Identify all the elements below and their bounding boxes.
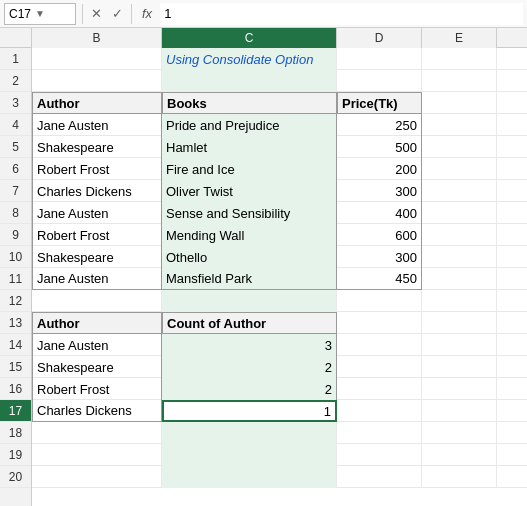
cell-d16[interactable] [337,378,422,400]
cell-d17[interactable] [337,400,422,422]
cell-c3-header[interactable]: Books [162,92,337,114]
cell-b1[interactable] [32,48,162,70]
cell-b5[interactable]: Shakespeare [32,136,162,158]
col-header-c[interactable]: C [162,28,337,48]
cell-c17[interactable]: 1 [162,400,337,422]
row-num-11[interactable]: 11 [0,268,31,290]
cell-e6[interactable] [422,158,497,180]
cell-e1[interactable] [422,48,497,70]
cell-d8[interactable]: 400 [337,202,422,224]
row-num-19[interactable]: 19 [0,444,31,466]
cell-e11[interactable] [422,268,497,290]
cell-e18[interactable] [422,422,497,444]
cell-e15[interactable] [422,356,497,378]
row-num-16[interactable]: 16 [0,378,31,400]
cell-c2[interactable] [162,70,337,92]
cell-d15[interactable] [337,356,422,378]
row-num-15[interactable]: 15 [0,356,31,378]
row-num-1[interactable]: 1 [0,48,31,70]
cell-c5[interactable]: Hamlet [162,136,337,158]
cell-d19[interactable] [337,444,422,466]
row-num-6[interactable]: 6 [0,158,31,180]
cell-b18[interactable] [32,422,162,444]
cell-b7[interactable]: Charles Dickens [32,180,162,202]
cell-e4[interactable] [422,114,497,136]
cell-d13[interactable] [337,312,422,334]
cell-e17[interactable] [422,400,497,422]
cell-b20[interactable] [32,466,162,488]
cell-e12[interactable] [422,290,497,312]
cell-c10[interactable]: Othello [162,246,337,268]
cell-c15[interactable]: 2 [162,356,337,378]
formula-input[interactable] [160,3,523,25]
cell-d10[interactable]: 300 [337,246,422,268]
cell-c12[interactable] [162,290,337,312]
cell-b13-header[interactable]: Author [32,312,162,334]
cell-c9[interactable]: Mending Wall [162,224,337,246]
cell-c19[interactable] [162,444,337,466]
cell-e5[interactable] [422,136,497,158]
cell-b8[interactable]: Jane Austen [32,202,162,224]
confirm-icon[interactable]: ✓ [110,6,125,21]
cell-b11[interactable]: Jane Austen [32,268,162,290]
cell-c4[interactable]: Pride and Prejudice [162,114,337,136]
cell-b3-header[interactable]: Author [32,92,162,114]
cell-b14[interactable]: Jane Austen [32,334,162,356]
cell-d6[interactable]: 200 [337,158,422,180]
cell-c20[interactable] [162,466,337,488]
cell-d18[interactable] [337,422,422,444]
cell-e14[interactable] [422,334,497,356]
cell-reference-box[interactable]: C17 ▼ [4,3,76,25]
cell-e7[interactable] [422,180,497,202]
cell-e9[interactable] [422,224,497,246]
cell-c11[interactable]: Mansfield Park [162,268,337,290]
row-num-8[interactable]: 8 [0,202,31,224]
cell-d1[interactable] [337,48,422,70]
row-num-2[interactable]: 2 [0,70,31,92]
col-header-b[interactable]: B [32,28,162,48]
cell-c6[interactable]: Fire and Ice [162,158,337,180]
cell-c7[interactable]: Oliver Twist [162,180,337,202]
cell-d14[interactable] [337,334,422,356]
row-num-17[interactable]: 17 [0,400,31,422]
row-num-13[interactable]: 13 [0,312,31,334]
cell-c16[interactable]: 2 [162,378,337,400]
row-num-7[interactable]: 7 [0,180,31,202]
cell-e13[interactable] [422,312,497,334]
cell-c13-header[interactable]: Count of Author [162,312,337,334]
cell-e8[interactable] [422,202,497,224]
cell-d12[interactable] [337,290,422,312]
cell-b4[interactable]: Jane Austen [32,114,162,136]
row-num-14[interactable]: 14 [0,334,31,356]
cell-d7[interactable]: 300 [337,180,422,202]
cell-b15[interactable]: Shakespeare [32,356,162,378]
cell-d3-header[interactable]: Price(Tk) [337,92,422,114]
cell-b9[interactable]: Robert Frost [32,224,162,246]
row-num-4[interactable]: 4 [0,114,31,136]
cell-e19[interactable] [422,444,497,466]
cell-b10[interactable]: Shakespeare [32,246,162,268]
cell-d11[interactable]: 450 [337,268,422,290]
cell-c1[interactable]: Using Consolidate Option [162,48,337,70]
cell-e2[interactable] [422,70,497,92]
cell-d4[interactable]: 250 [337,114,422,136]
cell-b12[interactable] [32,290,162,312]
col-header-e[interactable]: E [422,28,497,48]
cell-c18[interactable] [162,422,337,444]
cell-e20[interactable] [422,466,497,488]
cell-c8[interactable]: Sense and Sensibility [162,202,337,224]
cell-d9[interactable]: 600 [337,224,422,246]
col-header-d[interactable]: D [337,28,422,48]
cell-b19[interactable] [32,444,162,466]
cell-c14[interactable]: 3 [162,334,337,356]
cell-e16[interactable] [422,378,497,400]
row-num-10[interactable]: 10 [0,246,31,268]
row-num-20[interactable]: 20 [0,466,31,488]
row-num-9[interactable]: 9 [0,224,31,246]
cancel-icon[interactable]: ✕ [89,6,104,21]
cell-d20[interactable] [337,466,422,488]
row-num-18[interactable]: 18 [0,422,31,444]
cell-e10[interactable] [422,246,497,268]
cell-b2[interactable] [32,70,162,92]
row-num-5[interactable]: 5 [0,136,31,158]
